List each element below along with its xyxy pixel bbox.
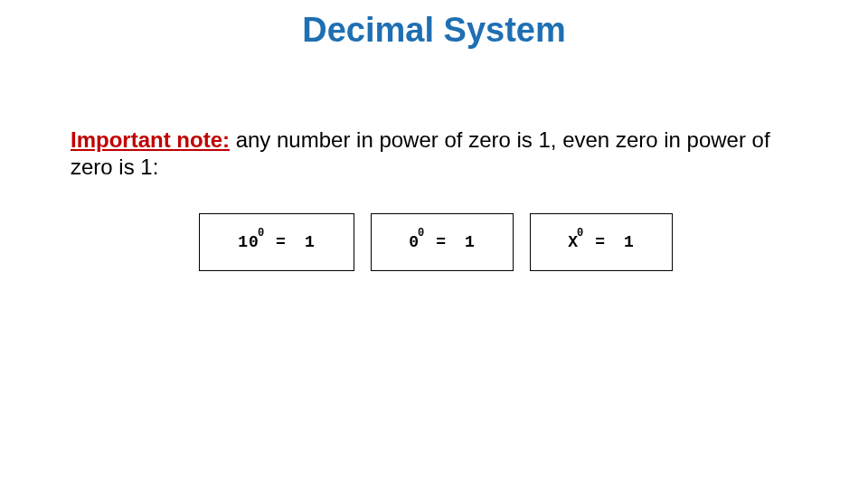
- eq-equals: =: [436, 233, 447, 251]
- slide: Decimal System Important note: any numbe…: [0, 0, 868, 488]
- eq-exponent: 0: [418, 227, 425, 239]
- eq-base: 10: [238, 233, 259, 251]
- equations-row: 100 = 1 00 = 1 X0 = 1: [199, 213, 673, 271]
- eq-result: 1: [305, 233, 316, 251]
- eq-exponent: 0: [258, 227, 265, 239]
- note-label: Important note:: [71, 127, 230, 152]
- eq-equals: =: [595, 233, 606, 251]
- important-note: Important note: any number in power of z…: [71, 127, 803, 181]
- equation-box: 00 = 1: [371, 213, 514, 271]
- eq-exponent: 0: [577, 227, 584, 239]
- eq-result: 1: [624, 233, 635, 251]
- eq-result: 1: [465, 233, 476, 251]
- equation-box: X0 = 1: [530, 213, 673, 271]
- equation-box: 100 = 1: [199, 213, 354, 271]
- eq-equals: =: [276, 233, 287, 251]
- slide-title: Decimal System: [0, 11, 868, 50]
